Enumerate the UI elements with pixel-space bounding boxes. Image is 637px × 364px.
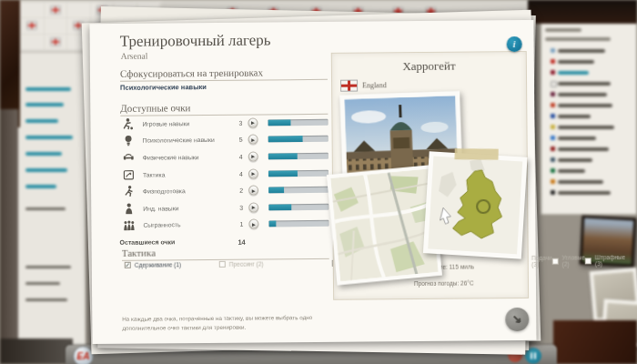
points-bar bbox=[268, 187, 329, 194]
checkbox: ✓ bbox=[585, 258, 592, 264]
skill-label: Физические навыки bbox=[143, 154, 234, 161]
skill-value: 3 bbox=[233, 119, 248, 126]
skill-value: 5 bbox=[234, 136, 248, 143]
sidebar-link bbox=[25, 103, 64, 106]
desk-wood bbox=[528, 0, 637, 24]
england-flag-icon bbox=[50, 6, 60, 15]
skill-row: Физподготовка 2 ▶ bbox=[119, 181, 329, 200]
check-icon: ✓ bbox=[125, 261, 130, 268]
checkbox: ✓ bbox=[219, 260, 226, 267]
sidebar-text bbox=[25, 282, 60, 285]
sidebar-text bbox=[25, 207, 66, 210]
sidebar-text bbox=[25, 298, 67, 301]
points-bar bbox=[268, 169, 329, 177]
skill-value: 1 bbox=[234, 221, 248, 228]
skill-label: Сыгранность bbox=[143, 221, 234, 228]
pause-icon bbox=[531, 353, 536, 359]
skill-value: 3 bbox=[234, 204, 248, 210]
teamwork-group-icon bbox=[123, 219, 135, 231]
skill-row: Сыгранность 1 ▶ bbox=[119, 215, 329, 234]
page-title: Тренировочный лагерь bbox=[120, 31, 271, 50]
info-button[interactable]: i bbox=[507, 36, 522, 52]
desk-wood bbox=[0, 339, 73, 364]
sidebar-text bbox=[25, 266, 71, 268]
league-table-panel bbox=[541, 22, 637, 215]
skill-row: Физические навыки 4 ▶ bbox=[119, 147, 329, 167]
sidebar-link bbox=[25, 87, 71, 91]
fitness-runner-icon bbox=[123, 186, 135, 197]
tactic-checkbox-item[interactable]: ✓ Угловые (2) bbox=[551, 254, 584, 267]
england-flag-icon bbox=[50, 37, 60, 46]
add-point-button[interactable]: ▶ bbox=[248, 117, 258, 127]
skill-value: 2 bbox=[234, 187, 248, 194]
sidebar-link bbox=[25, 168, 67, 172]
tactic-checkbox-item[interactable]: ✓ Сдерживание (1) bbox=[125, 258, 219, 271]
weather-label: Прогноз погоды: 26°C bbox=[414, 279, 474, 287]
sidebar-link bbox=[25, 119, 58, 123]
add-point-button[interactable]: ▶ bbox=[248, 168, 258, 178]
england-map-photo bbox=[423, 151, 528, 258]
tactic-checkbox-item[interactable]: ✓ Штрафные (3) bbox=[585, 254, 626, 267]
skill-value: 4 bbox=[234, 154, 248, 160]
add-point-button[interactable]: ▶ bbox=[248, 202, 258, 212]
skill-label: Тактика bbox=[143, 170, 234, 177]
remaining-points-value: 14 bbox=[235, 238, 249, 247]
tactics-note: На каждые два очка, потраченные на такти… bbox=[122, 313, 339, 333]
points-bar bbox=[268, 204, 329, 211]
tape bbox=[455, 148, 499, 159]
psychology-bulb-icon bbox=[123, 135, 135, 147]
checkbox: ✓ bbox=[125, 261, 131, 268]
country-label: England bbox=[362, 81, 387, 89]
sidebar-link bbox=[25, 136, 73, 139]
focus-selected-skill[interactable]: Психологические навыки bbox=[120, 83, 207, 92]
skill-row: Игровые навыки 3 ▶ bbox=[118, 114, 328, 133]
points-bar bbox=[268, 153, 329, 160]
location-panel: Харрогейт England bbox=[331, 51, 529, 300]
england-flag-icon bbox=[340, 80, 358, 92]
skill-rows: Игровые навыки 3 ▶ Психологические навык… bbox=[118, 114, 329, 234]
skill-row: Психологические навыки 5 ▶ bbox=[119, 130, 329, 149]
add-point-button[interactable]: ▶ bbox=[248, 186, 258, 196]
points-bar bbox=[268, 136, 329, 143]
skill-label: Физподготовка bbox=[143, 187, 234, 195]
skill-label: Инд. навыки bbox=[143, 205, 234, 212]
physical-muscle-icon bbox=[123, 152, 135, 164]
sidebar-link bbox=[25, 185, 56, 188]
training-camp-dialog: Тренировочный лагерь Arsenal Сфокусирова… bbox=[89, 20, 536, 344]
skill-label: Игровые навыки bbox=[142, 120, 233, 127]
tactics-board-icon bbox=[123, 168, 135, 180]
checkbox: ✓ bbox=[551, 258, 558, 264]
location-title: Харрогейт bbox=[332, 58, 526, 75]
continue-button[interactable] bbox=[505, 308, 529, 331]
add-point-button[interactable]: ▶ bbox=[248, 219, 258, 229]
sidebar-link bbox=[25, 152, 62, 156]
desk-wood bbox=[0, 109, 18, 364]
desk-wood bbox=[0, 0, 20, 127]
england-flag-icon bbox=[27, 22, 37, 30]
skill-row: Инд. навыки 3 ▶ bbox=[119, 198, 329, 217]
add-point-button[interactable]: ▶ bbox=[248, 152, 258, 162]
skill-row: Тактика 4 ▶ bbox=[119, 165, 329, 184]
tactics-grid: ✓ Сдерживание (1) ✓ Прессинг (2) ✓ Офсай… bbox=[125, 257, 332, 271]
points-bar bbox=[268, 119, 328, 126]
focus-section-header: Сфокусироваться на тренировках bbox=[120, 66, 328, 82]
tactic-checkbox-item[interactable]: ✓ Прессинг (2) bbox=[219, 257, 332, 270]
club-name: Arsenal bbox=[121, 52, 148, 61]
individual-person-icon bbox=[123, 202, 135, 214]
skill-label: Психологические навыки bbox=[143, 136, 234, 144]
skill-value: 4 bbox=[234, 170, 248, 177]
country-row: England bbox=[340, 79, 387, 91]
soccer-player-icon bbox=[122, 118, 134, 130]
desk-wood bbox=[553, 320, 637, 364]
add-point-button[interactable]: ▶ bbox=[248, 135, 258, 145]
points-bar bbox=[268, 220, 329, 228]
arrow-icon bbox=[511, 313, 523, 326]
